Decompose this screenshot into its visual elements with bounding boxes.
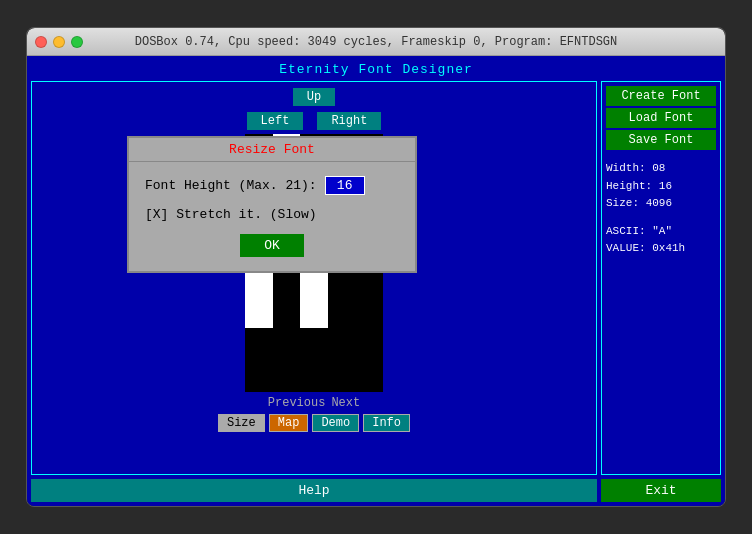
load-font-button[interactable]: Load Font bbox=[606, 108, 716, 128]
font-height-label: Font Height (Max. 21): bbox=[145, 178, 317, 193]
width-label: Width: bbox=[606, 162, 646, 174]
demo-button[interactable]: Demo bbox=[312, 414, 359, 432]
right-button[interactable]: Right bbox=[317, 112, 381, 130]
size-info: Size: 4096 bbox=[606, 195, 716, 213]
modal-title: Resize Font bbox=[129, 138, 415, 162]
font-height-row: Font Height (Max. 21): bbox=[145, 176, 399, 195]
ascii-value: "A" bbox=[652, 225, 672, 237]
previous-button[interactable]: Previous bbox=[268, 396, 326, 410]
app-title: Eternity Font Designer bbox=[31, 60, 721, 81]
height-label: Height: bbox=[606, 180, 652, 192]
font-height-input[interactable] bbox=[325, 176, 365, 195]
char-info: ASCII: "A" VALUE: 0x41h bbox=[606, 223, 716, 258]
help-button[interactable]: Help bbox=[31, 479, 597, 502]
minimize-button[interactable] bbox=[53, 36, 65, 48]
value-info: VALUE: 0x41h bbox=[606, 240, 716, 258]
size-value: 4096 bbox=[646, 197, 672, 209]
left-button[interactable]: Left bbox=[247, 112, 304, 130]
value-value: 0x41h bbox=[652, 242, 685, 254]
mac-window: DOSBox 0.74, Cpu speed: 3049 cycles, Fra… bbox=[26, 27, 726, 507]
create-font-button[interactable]: Create Font bbox=[606, 86, 716, 106]
maximize-button[interactable] bbox=[71, 36, 83, 48]
modal-body: Font Height (Max. 21): [X] Stretch it. (… bbox=[129, 162, 415, 271]
height-value: 16 bbox=[659, 180, 672, 192]
save-font-button[interactable]: Save Font bbox=[606, 130, 716, 150]
size-button[interactable]: Size bbox=[218, 414, 265, 432]
tool-row: Size Map Demo Info bbox=[218, 414, 410, 432]
stretch-row: [X] Stretch it. (Slow) bbox=[145, 207, 399, 222]
title-bar: DOSBox 0.74, Cpu speed: 3049 cycles, Fra… bbox=[27, 28, 725, 56]
resize-font-dialog: Resize Font Font Height (Max. 21): [X] S… bbox=[127, 136, 417, 273]
traffic-lights bbox=[35, 36, 83, 48]
width-info: Width: 08 bbox=[606, 160, 716, 178]
right-panel: Create Font Load Font Save Font Width: 0… bbox=[601, 81, 721, 475]
value-label: VALUE: bbox=[606, 242, 646, 254]
window-title: DOSBox 0.74, Cpu speed: 3049 cycles, Fra… bbox=[135, 35, 617, 49]
map-button[interactable]: Map bbox=[269, 414, 309, 432]
up-button[interactable]: Up bbox=[293, 88, 335, 106]
stretch-label: [X] Stretch it. (Slow) bbox=[145, 207, 317, 222]
width-value: 08 bbox=[652, 162, 665, 174]
app-content: Eternity Font Designer Up Left Right Pre… bbox=[27, 56, 725, 506]
bottom-nav: Previous Next bbox=[268, 396, 360, 410]
ascii-label: ASCII: bbox=[606, 225, 646, 237]
next-button[interactable]: Next bbox=[331, 396, 360, 410]
font-info: Width: 08 Height: 16 Size: 4096 bbox=[606, 160, 716, 213]
height-info: Height: 16 bbox=[606, 178, 716, 196]
info-button[interactable]: Info bbox=[363, 414, 410, 432]
exit-button[interactable]: Exit bbox=[601, 479, 721, 502]
ok-button[interactable]: OK bbox=[240, 234, 304, 257]
bottom-bar: Help Exit bbox=[31, 479, 721, 502]
close-button[interactable] bbox=[35, 36, 47, 48]
nav-row: Left Right bbox=[36, 110, 592, 132]
size-label: Size: bbox=[606, 197, 639, 209]
ascii-info: ASCII: "A" bbox=[606, 223, 716, 241]
